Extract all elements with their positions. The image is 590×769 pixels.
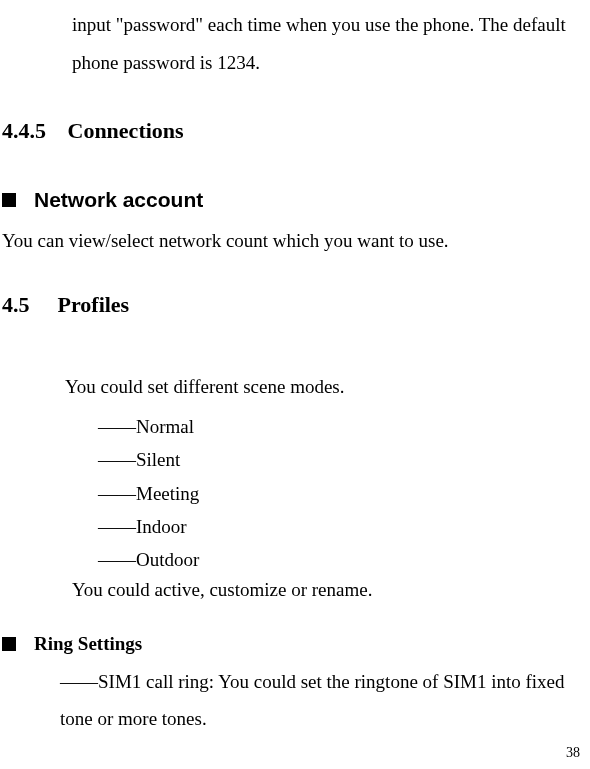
ring-settings-title: Ring Settings [34, 633, 142, 654]
section-45-heading: 4.5 Profiles [2, 292, 590, 318]
profile-item-meeting: ——Meeting [98, 477, 590, 510]
section-445-heading: 4.4.5 Connections [2, 118, 590, 144]
section-445-number: 4.4.5 [2, 118, 62, 144]
network-account-title: Network account [34, 188, 203, 211]
network-account-description: You can view/select network count which … [2, 230, 590, 252]
intro-paragraph: input "password" each time when you use … [72, 6, 590, 82]
profile-item-outdoor: ——Outdoor [98, 543, 590, 576]
page-number: 38 [566, 745, 580, 761]
ring-settings-description: ――SIM1 call ring: You could set the ring… [60, 663, 590, 737]
square-bullet-icon [2, 637, 16, 651]
profile-item-normal: ——Normal [98, 410, 590, 443]
square-bullet-icon [2, 193, 16, 207]
section-45-title: Profiles [58, 292, 130, 317]
profile-item-indoor: ——Indoor [98, 510, 590, 543]
network-account-heading: Network account [2, 188, 590, 212]
profile-item-silent: ——Silent [98, 443, 590, 476]
section-445-title: Connections [68, 118, 184, 143]
ring-settings-heading: Ring Settings [2, 633, 590, 655]
section-45-number: 4.5 [2, 292, 52, 318]
scene-modes-description: You could set different scene modes. [65, 376, 590, 398]
profile-active-description: You could active, customize or rename. [72, 579, 590, 601]
profile-list: ——Normal ——Silent ——Meeting ——Indoor ——O… [98, 410, 590, 576]
